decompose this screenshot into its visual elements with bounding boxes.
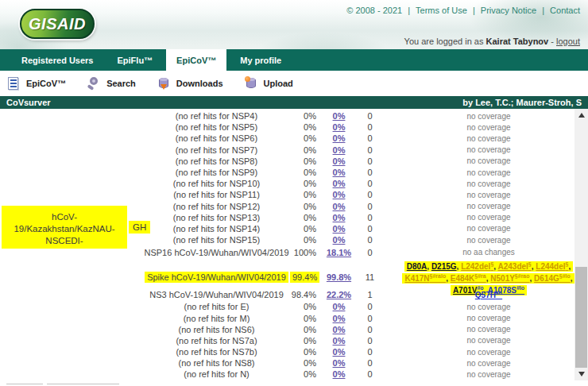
mutation-link[interactable]: D80A [407,262,427,271]
mutation-link[interactable]: L244del§ [536,262,568,271]
coverage-link[interactable]: 0% [333,336,346,345]
table-row: Spike hCoV-19/Wuhan/WIV04/201999.4%99.8%… [0,259,588,288]
protein-cell: (no ref hits for NSP4) [143,111,290,121]
protein-cell: (no ref hits for NSP15) [143,235,290,245]
coverage-link[interactable]: 0% [333,314,346,323]
coverage-link[interactable]: 0% [333,347,346,357]
identity-cell: 0% [290,111,316,121]
changes-text: no coverage [466,145,510,154]
coverage-link[interactable]: 0% [333,156,346,166]
changes-text: no coverage [466,303,510,311]
upload-database-icon [244,76,258,91]
coverage-link[interactable]: 0% [333,369,346,379]
coverage-cell: 99.8% [316,272,362,282]
coverage-link[interactable]: 0% [333,325,346,334]
coverage-cell: 0% [316,213,362,222]
coverage-cell: 0% [316,179,362,188]
tab-epiflu[interactable]: EpiFlu™ [107,49,164,71]
contact-link[interactable]: Contact [550,6,580,15]
changes-text: no coverage [466,213,510,222]
count-cell: 0 [362,156,378,166]
coverage-link[interactable]: 22.2% [327,290,351,299]
protein-cell: (no ref hits for M) [143,314,290,323]
count-cell: 0 [362,179,378,188]
changes-text: no coverage [466,359,510,368]
mutation-link[interactable]: L242del§ [461,262,493,271]
logout-link[interactable]: logout [556,37,580,46]
identity-cell: 0% [290,358,316,368]
changes-cell: no coverage [378,190,588,200]
coverage-cell: 22.2% [316,290,362,299]
identity-cell: 100% [290,248,316,257]
identity-cell: 0% [290,336,316,345]
toolbar-search-button[interactable]: Search [87,76,136,91]
toolbar-upload-button[interactable]: Upload [244,76,293,91]
coverage-link[interactable]: 18.1% [327,248,351,257]
table-row: (no ref hits for NSP4)0%0%0no coverage [0,110,588,122]
coverage-cell: 0% [316,235,362,245]
terms-of-use-link[interactable]: Terms of Use [416,6,467,15]
login-username: Kairat Tabynov [486,37,549,46]
mutation-link[interactable]: Q57H#o [475,291,502,299]
scroll-down-button[interactable] [574,368,588,380]
coverage-link[interactable]: 0% [333,179,346,188]
coverage-link[interactable]: 0% [333,145,346,155]
table-row: (no ref hits for NS7b)0%0%0no coverage [0,346,588,357]
coverage-link[interactable]: 0% [333,224,346,234]
download-database-icon [157,76,171,91]
toolbar-epicov-button[interactable]: EpiCoV™ [6,76,66,91]
count-cell: 0 [362,358,378,368]
changes-text: no coverage [466,202,510,210]
coverage-cell: 0% [316,224,362,234]
changes-cell: no coverage [378,168,588,178]
mutation-link[interactable]: E484K§#ra [451,274,486,283]
covsurver-bar: CoVsurver by Lee, T.C.; Maurer-Stroh, S [0,96,588,109]
identity-cell: 0% [290,202,316,211]
privacy-notice-link[interactable]: Privacy Notice [481,6,536,15]
coverage-link[interactable]: 0% [333,302,346,311]
mutation-link[interactable]: K417N§#ralo [404,274,446,283]
table-row: (no ref hits for NS6)0%0%0no coverage [0,324,588,335]
table-row: (no ref hits for NSP6)0%0%0no coverage [0,133,588,144]
toolbar-downloads-button[interactable]: Downloads [157,76,223,91]
identity-cell: 0% [290,347,316,357]
changes-text: no coverage [466,156,510,165]
coverage-link[interactable]: 0% [333,122,346,132]
coverage-link[interactable]: 0% [333,213,346,222]
gisaid-logo[interactable]: GISAID [20,9,95,39]
mutation-link[interactable]: A243del§ [497,262,531,271]
identity-cell: 0% [290,213,316,222]
identity-cell: 0% [290,156,316,166]
coverage-link[interactable]: 0% [333,235,346,245]
coverage-link[interactable]: 0% [333,202,346,211]
changes-text: no coverage [466,348,510,357]
coverage-link[interactable]: 0% [333,190,346,199]
mutation-link[interactable]: N501Y§#rao [490,274,529,283]
protein-cell: (no ref hits for NSP11) [143,190,290,199]
changes-cell: no coverage [378,122,588,133]
count-cell: 0 [362,347,378,357]
coverage-cell: 0% [316,347,362,357]
coverage-link[interactable]: 0% [333,168,346,177]
table-row: (no ref hits for NS7a)0%0%0no coverage [0,335,588,346]
tab-registered-users[interactable]: Registered Users [11,49,104,71]
page: © 2008 - 2021 | Terms of Use | Privacy N… [0,0,588,386]
coverage-link[interactable]: 0% [333,111,346,121]
changes-text: no coverage [466,123,510,132]
changes-cell: no coverage [378,347,588,357]
coverage-link[interactable]: 99.8% [327,272,351,282]
protein-cell: (no ref hits for NSP5) [143,122,290,132]
tab-epicov[interactable]: EpiCoV™ [166,49,226,71]
table-row: (no ref hits for NSP8)0%0%0no coverage [0,156,588,167]
mutation-link[interactable]: D215G [431,262,457,271]
identity-cell: 0% [290,235,316,245]
mutation-link[interactable]: D614G§#lo [534,274,571,283]
coverage-link[interactable]: 0% [333,133,346,143]
changes-cell: no coverage [378,313,588,323]
coverage-link[interactable]: 0% [333,358,346,368]
tab-my-profile[interactable]: My profile [230,49,292,71]
scroll-up-button[interactable] [574,109,588,122]
scrollbar-thumb[interactable] [575,267,587,368]
coverage-cell: 0% [316,336,362,345]
vertical-scrollbar[interactable] [574,109,588,380]
